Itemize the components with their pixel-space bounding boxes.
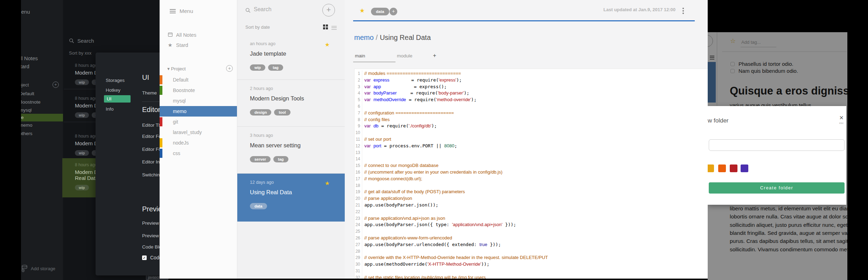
sidebar-folder-memo[interactable]: memo — [160, 106, 237, 117]
color-swatch[interactable] — [741, 164, 748, 172]
code-line: 7// configuration ====================== — [355, 110, 708, 117]
folder-color-strip — [160, 86, 162, 95]
sidebar-item-starred[interactable]: ★ Stard — [167, 42, 188, 48]
settings-heading-preview: Previe — [142, 205, 162, 213]
add-tag-button[interactable]: + — [390, 8, 397, 15]
note-title[interactable]: Using Real Data — [380, 34, 431, 41]
tag-pill-wip: wip — [75, 79, 89, 85]
project-header[interactable]: ▾ Project — [167, 66, 186, 71]
dimmed-app-window: ☆ Phasellus id tortor odio. Nam quis bib… — [708, 32, 847, 280]
sidebar-folder-mysql[interactable]: mysql — [160, 96, 237, 106]
folder-label: memo — [173, 108, 187, 114]
folder-label: laravel_study — [173, 130, 202, 135]
note-card-4[interactable]: 12 days ago★Using Real Datadata — [237, 174, 345, 222]
line-number: 1 — [355, 70, 362, 77]
sidebar-item-all-notes[interactable]: All Notes — [167, 32, 196, 38]
settings-nav-storages[interactable]: Storages — [106, 78, 125, 83]
note-star-icon[interactable]: ★ — [359, 7, 365, 14]
code-line: 8// config files — [355, 117, 708, 123]
create-folder-button[interactable]: Create folder — [709, 182, 845, 194]
checkbox-icon[interactable]: ✓ — [142, 255, 147, 260]
tab-main[interactable]: main — [355, 53, 365, 58]
folder-name-input[interactable] — [709, 139, 845, 151]
code-line: 3var app = express(); — [355, 84, 708, 90]
code-line: 18 — [355, 182, 708, 189]
add-folder-button[interactable]: + — [226, 65, 233, 72]
note-card-3[interactable]: 3 hours agoMean server settingservertag — [237, 127, 345, 174]
line-number: 22 — [355, 209, 362, 215]
note-breadcrumb: memo/Using Real Data — [354, 34, 431, 42]
settings-nav-ui[interactable]: UI — [104, 95, 131, 103]
folder-label: git — [173, 119, 178, 125]
line-number: 12 — [355, 143, 362, 149]
dark-add-storage-button[interactable]: Add storage — [21, 265, 55, 272]
color-swatch[interactable] — [718, 164, 726, 172]
line-number: 20 — [355, 195, 362, 202]
sidebar-folder-nodeJs[interactable]: nodeJs — [160, 138, 237, 148]
search-input[interactable] — [253, 6, 306, 13]
code-line: 10 — [355, 130, 708, 136]
tag-pill-tag: tag — [268, 64, 283, 71]
note-card-1[interactable]: an hours ago★Jade templatewiptag — [237, 35, 345, 80]
canvas: Menu All Notes ▤ Stard ★ ▾ Project + Def… — [0, 0, 868, 280]
kebab-menu-icon[interactable] — [682, 8, 684, 15]
line-number: 14 — [355, 156, 362, 162]
code-line: 30app.use(methodOverride('X-HTTP-Method-… — [355, 261, 708, 268]
line-number: 13 — [355, 149, 362, 156]
color-swatch[interactable] — [730, 164, 737, 172]
add-tab-button[interactable]: + — [433, 52, 436, 59]
grid-view-icon[interactable] — [323, 24, 328, 29]
line-number: 11 — [355, 136, 362, 143]
sidebar-folder-Boostnote[interactable]: Boostnote — [160, 85, 237, 96]
color-swatch[interactable] — [708, 164, 714, 172]
new-note-button[interactable]: + — [322, 4, 335, 16]
code-line: 5var methodOverride = require('method-ov… — [355, 97, 708, 103]
tag-pill-wip: wip — [75, 185, 89, 190]
sidebar-folder-git[interactable]: git — [160, 117, 237, 127]
breadcrumb-folder[interactable]: memo — [354, 34, 374, 41]
note-date: 12 days ago — [250, 180, 345, 185]
line-number: 19 — [355, 189, 362, 195]
folder-label: Default — [173, 77, 188, 83]
settings-item: Code Blo — [142, 244, 162, 250]
sidebar-folder-laravel_study[interactable]: laravel_study — [160, 127, 237, 138]
sort-by-dropdown[interactable]: Sort by date — [245, 24, 270, 30]
star-icon[interactable]: ★ — [325, 180, 330, 187]
project-label: Project — [171, 66, 186, 71]
note-tag-pill[interactable]: data — [371, 8, 389, 15]
close-icon[interactable]: × — [837, 114, 846, 122]
line-number: 25 — [355, 228, 362, 235]
line-number: 4 — [355, 90, 362, 97]
sidebar-folder-css[interactable]: css — [160, 148, 237, 159]
note-title: Using Real Data — [250, 189, 345, 196]
dark-add-folder-button[interactable]: + — [52, 82, 59, 88]
active-tab-underline — [353, 62, 396, 62]
dark-search[interactable]: Search — [69, 38, 94, 44]
star-icon[interactable]: ★ — [325, 41, 330, 48]
menu-button[interactable]: Menu — [166, 8, 193, 14]
menu-label: Menu — [180, 8, 193, 14]
folder-label: Boostnote — [173, 88, 195, 93]
tag-pill-server: server — [250, 156, 271, 162]
code-line: 20// parse application/json — [355, 195, 708, 202]
code-line: 2var express = require('express'); — [355, 77, 708, 84]
dark-sort-label[interactable]: Sort by xxx — [69, 50, 91, 56]
settings-heading-editor: Editor — [142, 106, 160, 114]
list-view-icon[interactable] — [331, 25, 337, 30]
line-number: 26 — [355, 235, 362, 241]
note-card-2[interactable]: 2 hours agoModern Design Toolsdesigntool — [237, 80, 345, 127]
settings-item: Editor Inc — [142, 159, 162, 164]
code-line: 16// (uncomment after you enter in your … — [355, 169, 708, 176]
esc-hint: esc — [837, 121, 846, 125]
sidebar-folder-Default[interactable]: Default — [160, 75, 237, 85]
code-editor[interactable]: 1// modules ============================… — [354, 69, 708, 279]
tab-module[interactable]: module — [397, 53, 412, 58]
settings-item: Editor Th — [142, 122, 161, 128]
settings-item: Editor Fo — [142, 134, 161, 139]
code-line: 6 — [355, 103, 708, 110]
code-line: 12var port = process.env.PORT || 8080; — [355, 143, 708, 149]
database-icon — [21, 265, 28, 272]
line-number: 30 — [355, 261, 362, 268]
settings-nav-info[interactable]: Info — [106, 106, 114, 112]
settings-nav-hotkey[interactable]: Hotkey — [106, 88, 120, 93]
